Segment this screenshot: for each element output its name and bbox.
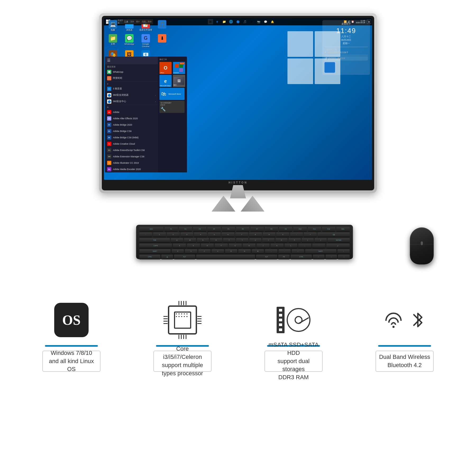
start-item-extendscript[interactable]: ES Adobe ExtendScript Toolkit CS6 bbox=[105, 147, 158, 153]
key-right[interactable]: → bbox=[338, 255, 350, 259]
key-f[interactable]: F bbox=[215, 244, 228, 248]
key-v[interactable]: V bbox=[212, 249, 224, 254]
key-5[interactable]: 5 bbox=[208, 232, 221, 237]
key-h[interactable]: H bbox=[242, 244, 256, 248]
key-lbracket[interactable]: [ bbox=[301, 238, 314, 243]
start-item-adobe[interactable]: Ai Adobe bbox=[105, 109, 158, 115]
desktop-icon-7[interactable]: G Google Chrome bbox=[139, 34, 153, 48]
key-esc[interactable]: ESC bbox=[139, 227, 164, 232]
key-enter[interactable]: ENTER bbox=[328, 238, 350, 243]
tile-software[interactable]: 强力卸载电脑中的软件 🔧 bbox=[159, 101, 185, 113]
key-space[interactable] bbox=[196, 255, 255, 259]
key-up[interactable]: ↑ bbox=[337, 249, 350, 254]
key-lctrl[interactable]: CTRL bbox=[139, 255, 161, 259]
key-4[interactable]: 4 bbox=[194, 232, 207, 237]
taskbar-icon-app1[interactable]: 🔵 bbox=[235, 19, 241, 24]
desktop-icon-6[interactable]: 💬 WhatsApp bbox=[122, 34, 136, 48]
key-period[interactable]: . bbox=[278, 249, 291, 254]
start-item-bridge-cs6[interactable]: Br Adobe Bridge CS6 bbox=[105, 128, 158, 134]
key-0[interactable]: 0 bbox=[276, 232, 289, 237]
key-b[interactable]: B bbox=[225, 249, 237, 254]
start-item-ext-manager[interactable]: EM Adobe Extension Manager CS6 bbox=[105, 153, 158, 160]
key-l[interactable]: L bbox=[284, 244, 298, 248]
tile-store[interactable]: 🛍 Microsoft Store bbox=[159, 88, 185, 100]
key-8[interactable]: 8 bbox=[249, 232, 262, 237]
key-tab[interactable]: TAB bbox=[139, 238, 170, 243]
key-comma[interactable]: , bbox=[265, 249, 278, 254]
key-g[interactable]: G bbox=[228, 244, 242, 248]
taskbar-icon-folder[interactable]: 📁 bbox=[222, 19, 227, 24]
start-item-360-browser[interactable]: 🔵 360安全浏览器 › bbox=[105, 92, 158, 98]
key-i[interactable]: I bbox=[262, 238, 274, 243]
taskbar-icon-app6[interactable]: 🔔 bbox=[270, 19, 275, 24]
key-rctrl[interactable]: CTRL bbox=[291, 255, 312, 259]
start-item-bridge-2020[interactable]: Br Adobe Bridge 2020 bbox=[105, 122, 158, 128]
mouse-scroll-wheel[interactable] bbox=[421, 241, 423, 245]
key-ralt[interactable]: ALT bbox=[256, 255, 277, 259]
key-p[interactable]: P bbox=[289, 238, 301, 243]
key-minus[interactable]: - bbox=[290, 232, 303, 237]
key-equals[interactable]: = bbox=[304, 232, 317, 237]
key-backspace[interactable]: ⌫ bbox=[318, 232, 350, 237]
key-a[interactable]: A bbox=[173, 244, 186, 248]
start-item-aliwangwang[interactable]: 🛒 阿里旺旺 bbox=[105, 75, 158, 81]
tile-edge[interactable]: e Microsoft Edge bbox=[159, 75, 172, 87]
key-fn[interactable]: FN bbox=[278, 255, 290, 259]
key-f7[interactable]: F7 bbox=[250, 227, 264, 232]
key-f5[interactable]: F5 bbox=[222, 227, 235, 232]
key-k[interactable]: K bbox=[270, 244, 283, 248]
key-down[interactable]: ↓ bbox=[325, 255, 337, 259]
key-f8[interactable]: F8 bbox=[265, 227, 278, 232]
key-z[interactable]: Z bbox=[171, 249, 184, 254]
key-3[interactable]: 3 bbox=[180, 232, 193, 237]
start-item-ae[interactable]: Ae Adobe After Effects 2020 bbox=[105, 115, 158, 122]
key-2[interactable]: 2 bbox=[167, 232, 180, 237]
start-item-media-encoder[interactable]: Me Adobe Media Encoder 2020 bbox=[105, 166, 158, 172]
key-r[interactable]: R bbox=[210, 238, 222, 243]
desktop-icon-1[interactable]: 💻 电脑 bbox=[106, 20, 120, 31]
key-q[interactable]: Q bbox=[171, 238, 183, 243]
start-item-illustrator[interactable]: Ai Adobe Illustrator CC 2019 bbox=[105, 160, 158, 166]
key-n[interactable]: N bbox=[238, 249, 251, 254]
key-9[interactable]: 9 bbox=[263, 232, 276, 237]
key-rbracket[interactable]: ] bbox=[315, 238, 327, 243]
key-1[interactable]: 1 bbox=[153, 232, 166, 237]
key-t[interactable]: T bbox=[223, 238, 235, 243]
key-f9[interactable]: F9 bbox=[279, 227, 292, 232]
key-caps[interactable]: CAPS bbox=[139, 244, 172, 248]
start-item-360-center[interactable]: 🔵 360安全中心 › bbox=[105, 98, 158, 105]
key-d[interactable]: D bbox=[201, 244, 214, 248]
key-o[interactable]: O bbox=[275, 238, 287, 243]
key-f11[interactable]: F11 bbox=[308, 227, 321, 232]
key-slash[interactable]: / bbox=[292, 249, 304, 254]
taskbar-icon-app2[interactable]: 🎵 bbox=[242, 19, 248, 24]
key-f3[interactable]: F3 bbox=[193, 227, 207, 232]
key-rshift[interactable]: SHIFT bbox=[305, 249, 336, 254]
start-item-3d[interactable]: 3D 3 画音器 bbox=[105, 86, 158, 92]
taskbar-icon-app4[interactable]: 📷 bbox=[256, 19, 261, 24]
desktop-icon-4[interactable]: 🎵 bbox=[155, 20, 169, 31]
key-x[interactable]: X bbox=[185, 249, 198, 254]
tile-photo[interactable]: 🖼 照片 bbox=[173, 75, 185, 87]
key-del[interactable]: DEL bbox=[336, 227, 350, 232]
key-s[interactable]: S bbox=[187, 244, 200, 248]
key-e[interactable]: E bbox=[197, 238, 209, 243]
key-semicolon[interactable]: ; bbox=[298, 244, 312, 248]
key-y[interactable]: Y bbox=[236, 238, 248, 243]
desktop-icon-5[interactable]: 📁 文档 bbox=[106, 34, 120, 48]
start-item-creative-cloud[interactable]: Cc Adobe Creative Cloud bbox=[105, 141, 158, 147]
key-lwin[interactable]: ⊞ bbox=[161, 255, 173, 259]
key-u[interactable]: U bbox=[249, 238, 261, 243]
key-lshift[interactable]: SHIFT bbox=[139, 249, 171, 254]
key-enter2[interactable]: ↵ bbox=[326, 244, 350, 248]
key-6[interactable]: 6 bbox=[222, 232, 235, 237]
taskbar-icon-app3[interactable]: ⚙ bbox=[249, 19, 254, 24]
taskbar-icon-cortana[interactable]: ⊞ bbox=[208, 19, 213, 24]
key-f10[interactable]: F10 bbox=[293, 227, 307, 232]
key-c[interactable]: C bbox=[198, 249, 211, 254]
key-f12[interactable]: F12 bbox=[322, 227, 335, 232]
start-item-whatsapp[interactable]: 💬 WhatsApp bbox=[105, 69, 158, 75]
key-m[interactable]: M bbox=[251, 249, 264, 254]
widget-search[interactable]: 🔍 搜索网页、搜索文件 bbox=[324, 56, 368, 61]
taskbar-icon-app5[interactable]: 💬 bbox=[263, 19, 268, 24]
